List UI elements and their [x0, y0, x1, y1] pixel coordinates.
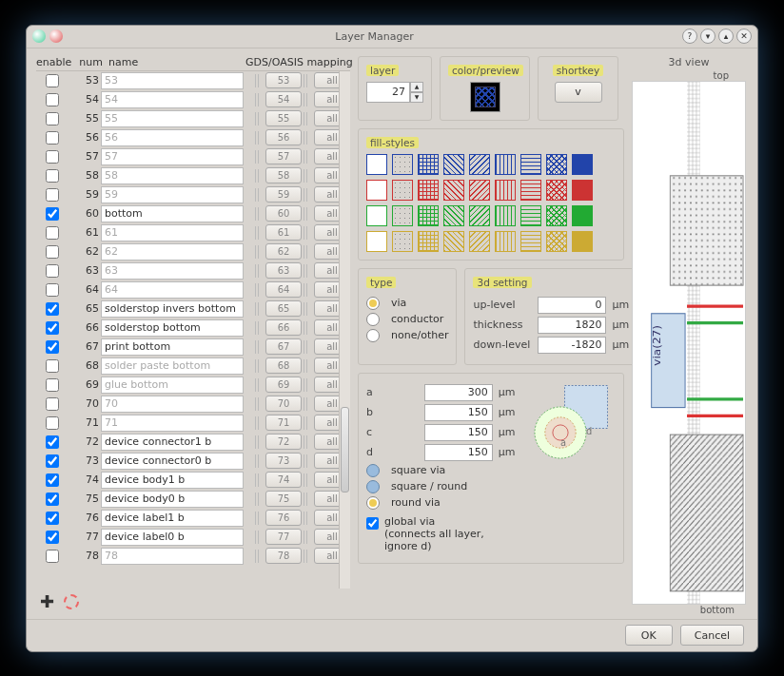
- fillstyle-swatch[interactable]: [495, 231, 516, 252]
- layer-name-input[interactable]: [101, 453, 244, 470]
- enable-checkbox[interactable]: [46, 226, 59, 240]
- fillstyle-swatch[interactable]: [443, 154, 464, 175]
- fillstyle-swatch[interactable]: [392, 205, 413, 226]
- gds-num-button[interactable]: 58: [265, 167, 302, 183]
- layer-name-input[interactable]: [101, 243, 244, 261]
- enable-checkbox[interactable]: [46, 112, 59, 126]
- gds-num-button[interactable]: 74: [265, 472, 302, 488]
- square-round-radio[interactable]: square / round: [366, 480, 519, 493]
- layer-name-input[interactable]: [101, 91, 244, 108]
- enable-checkbox[interactable]: [46, 321, 59, 335]
- enable-checkbox[interactable]: [46, 340, 59, 354]
- gds-num-button[interactable]: 65: [265, 300, 302, 317]
- fillstyle-swatch[interactable]: [418, 180, 439, 201]
- gds-num-button[interactable]: 73: [265, 453, 302, 469]
- enable-checkbox[interactable]: [46, 531, 59, 544]
- fillstyle-swatch[interactable]: [366, 180, 387, 201]
- thickness-input[interactable]: [538, 317, 606, 334]
- fillstyle-swatch[interactable]: [392, 180, 413, 201]
- gds-num-button[interactable]: 68: [265, 357, 302, 374]
- fillstyle-swatch[interactable]: [443, 180, 464, 201]
- gds-num-button[interactable]: 71: [265, 415, 302, 431]
- layer-name-input[interactable]: [101, 148, 244, 165]
- gds-num-button[interactable]: 61: [265, 224, 302, 241]
- fillstyle-swatch[interactable]: [546, 154, 567, 175]
- layer-name-input[interactable]: [101, 319, 244, 337]
- minimize-button[interactable]: ▾: [700, 29, 715, 44]
- layer-name-input[interactable]: [101, 377, 244, 394]
- gds-num-button[interactable]: 55: [265, 110, 302, 126]
- enable-checkbox[interactable]: [46, 74, 59, 87]
- type-none[interactable]: none/other: [366, 329, 448, 342]
- layer-spinner[interactable]: ▲▼: [366, 82, 423, 103]
- layer-name-input[interactable]: [101, 357, 244, 375]
- d-input[interactable]: [424, 444, 493, 461]
- enable-checkbox[interactable]: [46, 493, 59, 506]
- fillstyle-swatch[interactable]: [546, 180, 567, 201]
- lifebuoy-icon[interactable]: [64, 594, 79, 609]
- layer-name-input[interactable]: [101, 281, 244, 299]
- fillstyle-swatch[interactable]: [495, 180, 516, 201]
- layer-name-input[interactable]: [101, 491, 244, 508]
- enable-checkbox[interactable]: [46, 283, 59, 297]
- fillstyle-swatch[interactable]: [572, 231, 593, 252]
- fillstyle-swatch[interactable]: [366, 231, 387, 252]
- global-via-check[interactable]: global via (connects all layer, ignore d…: [366, 515, 519, 552]
- fillstyle-swatch[interactable]: [366, 154, 387, 175]
- enable-checkbox[interactable]: [46, 245, 59, 259]
- enable-checkbox[interactable]: [46, 416, 59, 430]
- enable-checkbox[interactable]: [46, 473, 59, 487]
- shortkey-button[interactable]: v: [555, 82, 602, 103]
- color-swatch[interactable]: [470, 82, 500, 112]
- fillstyle-swatch[interactable]: [546, 231, 567, 252]
- enable-checkbox[interactable]: [46, 131, 59, 145]
- fillstyle-swatch[interactable]: [469, 231, 490, 252]
- gds-num-button[interactable]: 54: [265, 91, 302, 107]
- fillstyle-swatch[interactable]: [520, 205, 541, 226]
- fillstyle-swatch[interactable]: [366, 205, 387, 226]
- layer-name-input[interactable]: [101, 167, 244, 184]
- layer-name-input[interactable]: [101, 338, 244, 356]
- enable-checkbox[interactable]: [46, 550, 59, 563]
- gds-num-button[interactable]: 76: [265, 510, 302, 526]
- fillstyle-swatch[interactable]: [392, 231, 413, 252]
- gds-num-button[interactable]: 66: [265, 319, 302, 336]
- spin-down[interactable]: ▼: [410, 92, 423, 103]
- enable-checkbox[interactable]: [46, 207, 59, 221]
- gds-num-button[interactable]: 62: [265, 243, 302, 260]
- ok-button[interactable]: OK: [625, 625, 673, 646]
- enable-checkbox[interactable]: [46, 93, 59, 106]
- square-via-radio[interactable]: square via: [366, 464, 519, 477]
- gds-num-button[interactable]: 78: [265, 548, 302, 564]
- fillstyle-swatch[interactable]: [392, 154, 413, 175]
- gds-num-button[interactable]: 56: [265, 129, 302, 145]
- round-via-radio[interactable]: round via: [366, 496, 519, 510]
- enable-checkbox[interactable]: [46, 302, 59, 316]
- fillstyle-swatch[interactable]: [572, 180, 593, 201]
- layer-name-input[interactable]: [101, 472, 244, 489]
- layer-name-input[interactable]: [101, 396, 244, 413]
- layer-name-input[interactable]: [101, 205, 244, 222]
- maximize-button[interactable]: ▴: [718, 29, 734, 44]
- fillstyle-swatch[interactable]: [572, 205, 593, 226]
- gds-num-button[interactable]: 64: [265, 281, 302, 298]
- gds-num-button[interactable]: 67: [265, 338, 302, 355]
- enable-checkbox[interactable]: [46, 150, 59, 164]
- enable-checkbox[interactable]: [46, 454, 59, 468]
- layer-name-input[interactable]: [101, 110, 244, 127]
- layer-name-input[interactable]: [101, 129, 244, 146]
- spin-up[interactable]: ▲: [410, 82, 423, 92]
- layer-name-input[interactable]: [101, 548, 244, 565]
- fillstyle-swatch[interactable]: [520, 231, 541, 252]
- fillstyle-swatch[interactable]: [520, 154, 541, 175]
- layer-name-input[interactable]: [101, 510, 244, 527]
- enable-checkbox[interactable]: [46, 264, 59, 278]
- fillstyle-swatch[interactable]: [469, 180, 490, 201]
- layer-name-input[interactable]: [101, 415, 244, 432]
- gds-num-button[interactable]: 69: [265, 377, 302, 393]
- layer-name-input[interactable]: [101, 529, 244, 546]
- gds-num-button[interactable]: 53: [265, 72, 302, 88]
- layer-name-input[interactable]: [101, 224, 244, 241]
- fillstyle-swatch[interactable]: [418, 154, 439, 175]
- layer-name-input[interactable]: [101, 262, 244, 280]
